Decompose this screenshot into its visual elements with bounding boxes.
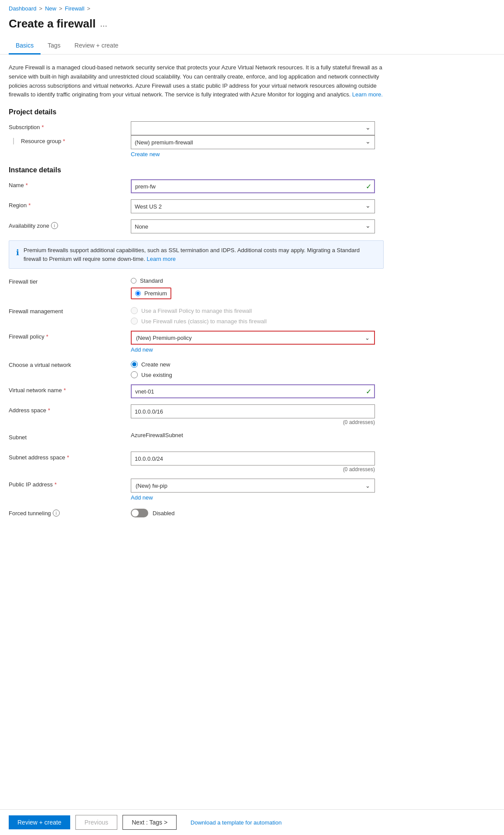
public-ip-add-new[interactable]: Add new [131,494,153,501]
name-input-wrap: ✓ [131,179,375,193]
subnet-address-note: (0 addresses) [131,466,375,472]
subscription-select[interactable] [131,121,375,135]
firewall-tier-label: Firewall tier [9,276,131,285]
resource-group-required: * [63,138,65,144]
tier-premium-label: Premium [144,290,167,297]
firewall-policy-value: (New) Premium-policy [136,335,192,341]
firewall-policy-add-new[interactable]: Add new [131,346,153,353]
public-ip-chevron-icon: ⌄ [365,483,370,489]
availability-zone-select[interactable]: None [131,219,375,233]
firewall-tier-row: Firewall tier Standard Premium [9,276,384,299]
forced-tunneling-label: Forced tunneling i [9,507,131,517]
firewall-policy-required: * [46,333,48,340]
public-ip-dropdown[interactable]: (New) fw-pip ⌄ [131,479,375,493]
name-input[interactable] [131,179,375,193]
address-space-required: * [48,407,50,414]
info-box-text: Premium firewalls support additional cap… [24,246,376,263]
resource-group-control: (New) premium-firewall Create new [131,135,375,157]
subnet-label: Subnet [9,431,131,441]
indent-line: Resource group * [13,138,65,144]
tab-tags[interactable]: Tags [41,38,68,55]
breadcrumb-new[interactable]: New [45,5,56,12]
firewall-policy-control: (New) Premium-policy ⌄ Add new [131,331,375,353]
vnet-name-control: ✓ [131,384,375,398]
breadcrumb-firewall[interactable]: Firewall [65,5,85,12]
address-space-input[interactable] [131,404,375,418]
forced-tunneling-slider [131,509,148,517]
region-label: Region * [9,199,131,209]
forced-tunneling-toggle-wrap: Disabled [131,507,375,517]
firewall-tier-radio-group: Standard Premium [131,276,375,299]
region-row: Region * West US 2 [9,199,384,213]
description-text: Azure Firewall is a managed cloud-based … [9,63,384,99]
more-options-icon[interactable]: ... [100,19,107,29]
address-space-label: Address space * [9,404,131,414]
management-policy-radio[interactable] [131,307,138,314]
availability-zone-select-wrapper: None [131,219,375,233]
tab-review-create[interactable]: Review + create [68,38,126,55]
tier-premium-radio[interactable] [135,291,141,296]
region-required: * [28,202,31,209]
project-details-title: Project details [9,108,384,116]
management-rules-label: Use Firewall rules (classic) to manage t… [141,318,267,325]
availability-zone-info-icon[interactable]: i [51,222,58,229]
firewall-policy-label: Firewall policy * [9,331,131,340]
info-learn-more-link[interactable]: Learn more [146,256,175,262]
firewall-policy-dropdown[interactable]: (New) Premium-policy ⌄ [131,331,375,345]
subscription-control [131,121,375,135]
name-required: * [26,182,28,188]
forced-tunneling-toggle[interactable] [131,509,148,517]
public-ip-row: Public IP address * (New) fw-pip ⌄ Add n… [9,479,384,501]
subnet-address-control: (0 addresses) [131,452,375,472]
subnet-value: AzureFirewallSubnet [131,429,183,438]
firewall-management-label: Firewall management [9,305,131,315]
instance-details-title: Instance details [9,166,384,174]
subscription-label: Subscription * [9,121,131,130]
vnet-name-input-wrap: ✓ [131,384,375,398]
address-space-row: Address space * (0 addresses) [9,404,384,425]
tier-premium-option[interactable]: Premium [131,287,171,299]
tier-standard-option[interactable]: Standard [131,277,375,284]
resource-group-select[interactable]: (New) premium-firewall [131,135,375,149]
subnet-address-input[interactable] [131,452,375,465]
vnet-name-input[interactable] [131,384,375,398]
public-ip-value: (New) fw-pip [136,483,167,489]
page-title: Create a firewall [9,17,95,31]
vnet-name-required: * [64,387,66,394]
subscription-required: * [42,124,44,130]
firewall-policy-chevron-icon: ⌄ [365,335,370,341]
management-policy-option[interactable]: Use a Firewall Policy to manage this fir… [131,307,375,314]
public-ip-control: (New) fw-pip ⌄ Add new [131,479,375,501]
vnet-use-existing-radio[interactable] [131,371,138,378]
subscription-select-wrapper [131,121,375,135]
breadcrumb-sep2: > [59,5,62,12]
tab-bar: Basics Tags Review + create [0,38,504,55]
virtual-network-control: Create new Use existing [131,359,375,378]
management-rules-option[interactable]: Use Firewall rules (classic) to manage t… [131,318,375,325]
address-space-note: (0 addresses) [131,419,375,425]
breadcrumb-dashboard[interactable]: Dashboard [9,5,37,12]
vnet-name-valid-icon: ✓ [366,387,371,396]
page-header: Create a firewall ... [0,14,504,38]
forced-tunneling-info-icon[interactable]: i [53,510,60,517]
availability-zone-label: Availability zone i [9,219,131,229]
name-valid-icon: ✓ [366,182,371,191]
virtual-network-radio-group: Create new Use existing [131,359,375,378]
region-select[interactable]: West US 2 [131,199,375,213]
subnet-address-row: Subnet address space * (0 addresses) [9,452,384,472]
tab-basics[interactable]: Basics [9,38,41,55]
virtual-network-row: Choose a virtual network Create new Use … [9,359,384,378]
resource-group-label: Resource group * [9,135,131,144]
vnet-create-new-option[interactable]: Create new [131,361,375,368]
firewall-tier-control: Standard Premium [131,276,375,299]
vnet-create-new-radio[interactable] [131,361,138,368]
firewall-management-row: Firewall management Use a Firewall Polic… [9,305,384,325]
vnet-use-existing-option[interactable]: Use existing [131,371,375,378]
breadcrumb-sep3: > [87,5,91,12]
learn-more-link[interactable]: Learn more. [352,91,383,98]
subnet-address-label: Subnet address space * [9,452,131,461]
management-rules-radio[interactable] [131,318,138,325]
region-select-wrapper: West US 2 [131,199,375,213]
resource-group-create-new[interactable]: Create new [131,151,160,157]
tier-standard-radio[interactable] [131,278,136,284]
